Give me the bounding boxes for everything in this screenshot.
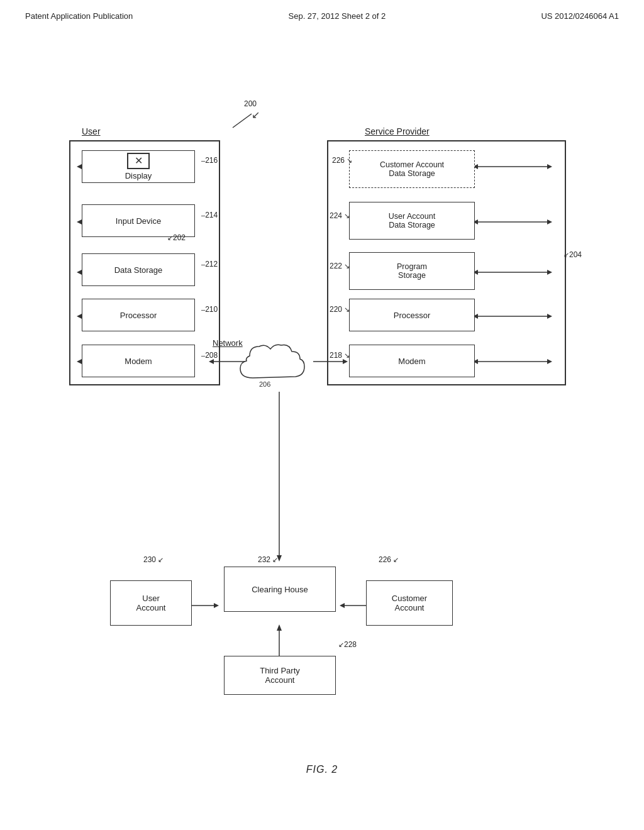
- user-account-box: User Account: [110, 580, 192, 626]
- header-left: Patent Application Publication: [25, 11, 133, 21]
- screen-icon: ✕: [127, 153, 150, 169]
- program-storage-box: Program Storage: [349, 252, 475, 290]
- ref-202: ↙202: [167, 233, 186, 242]
- ref-230: 230 ↙: [143, 555, 164, 564]
- svg-line-0: [233, 114, 252, 128]
- ref-222: 222 ↘: [330, 262, 350, 270]
- svg-text:206: 206: [259, 380, 270, 387]
- ref-214: –214: [201, 211, 218, 219]
- diagram-area: 200 ↙ User Service Provider ✕ Display –2…: [0, 27, 644, 794]
- ref-200-arrow: ↙: [252, 109, 260, 121]
- third-party-account-box: Third Party Account: [224, 656, 336, 695]
- display-label: Display: [125, 171, 152, 180]
- display-box: ✕ Display: [82, 150, 195, 183]
- input-device-box: Input Device: [82, 204, 195, 237]
- header-right: US 2012/0246064 A1: [541, 11, 619, 21]
- ref-226-top: 226 ↘: [332, 156, 352, 165]
- service-provider-label: Service Provider: [365, 126, 430, 136]
- user-account-ds-box: User Account Data Storage: [349, 202, 475, 240]
- processor-right-box: Processor: [349, 299, 475, 331]
- ref-210: –210: [201, 305, 218, 314]
- fig-caption: FIG. 2: [306, 764, 338, 775]
- svg-marker-47: [277, 624, 282, 631]
- clearing-house-box: Clearing House: [224, 567, 336, 612]
- page-header: Patent Application Publication Sep. 27, …: [0, 0, 644, 27]
- ref-228: ↙228: [338, 640, 357, 649]
- user-label: User: [82, 126, 101, 136]
- ref-224: 224 ↘: [330, 211, 350, 220]
- ref-216: –216: [201, 156, 218, 165]
- modem-right-box: Modem: [349, 345, 475, 377]
- ref-212: –212: [201, 260, 218, 268]
- x-icon: ✕: [135, 156, 143, 166]
- modem-left-box: Modem: [82, 345, 195, 377]
- svg-marker-41: [214, 603, 219, 608]
- ref-232: 232 ↙: [258, 555, 278, 564]
- ref-218: 218 ↘: [330, 351, 350, 360]
- processor-left-box: Processor: [82, 299, 195, 331]
- ref-208: –208: [201, 351, 218, 360]
- ref-220: 220 ↘: [330, 305, 350, 314]
- network-cloud: 206: [234, 340, 325, 387]
- ref-204: ↙204: [564, 250, 582, 259]
- customer-account-ds-box: Customer Account Data Storage: [349, 150, 475, 188]
- ref-226-lower: 226 ↙: [379, 555, 399, 564]
- display-icon: ✕ Display: [125, 153, 152, 180]
- svg-marker-43: [340, 603, 345, 608]
- ref-200: 200: [244, 99, 257, 108]
- data-storage-box: Data Storage: [82, 253, 195, 286]
- customer-account-box: Customer Account: [366, 580, 453, 626]
- header-center: Sep. 27, 2012 Sheet 2 of 2: [289, 11, 386, 21]
